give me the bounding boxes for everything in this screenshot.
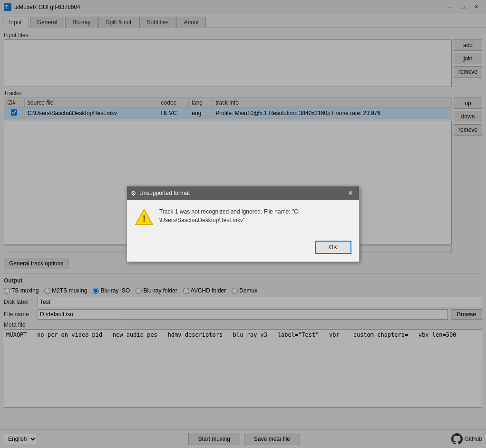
modal-titlebar-left: ⚙ Unsupported format [131,190,190,197]
modal-message-line1: Track 1 was not recognized and ignored. … [159,208,300,215]
svg-text:!: ! [143,214,146,224]
warning-triangle-icon: ! [135,207,154,226]
modal-message-line2: \Users\Sascha\Desktop\Test.mkv" [159,217,245,224]
modal-body: ! Track 1 was not recognized and ignored… [127,200,359,237]
modal-message: Track 1 was not recognized and ignored. … [159,207,300,224]
modal-overlay[interactable]: ⚙ Unsupported format ✕ ! Track 1 was not… [0,0,486,448]
modal-footer: OK [127,237,359,262]
modal-close-button[interactable]: ✕ [346,189,355,197]
modal-dialog: ⚙ Unsupported format ✕ ! Track 1 was not… [126,186,360,262]
modal-titlebar: ⚙ Unsupported format ✕ [127,186,359,200]
modal-title-icon: ⚙ [131,190,136,197]
warning-icon: ! [135,207,154,229]
modal-title-text: Unsupported format [139,190,190,196]
modal-ok-button[interactable]: OK [315,241,351,254]
